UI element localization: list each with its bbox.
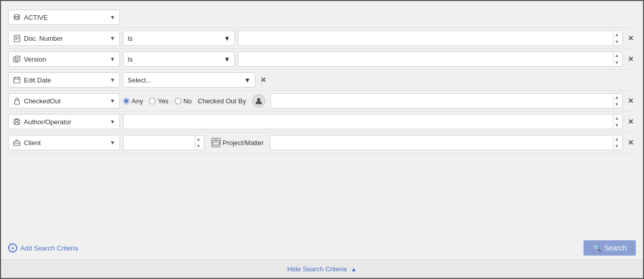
version-chevron-icon: ▼ [110, 56, 115, 62]
checked-out-close-button[interactable]: ✕ [626, 97, 636, 105]
row-active: ACTIVE ▼ [8, 7, 636, 28]
client-spinner-up[interactable]: ▲ [196, 135, 201, 143]
checked-out-field-label: CheckedOut [24, 97, 60, 105]
doc-number-close-button[interactable]: ✕ [626, 34, 636, 42]
version-operator-select[interactable]: Is ▼ [123, 51, 235, 67]
active-field-select[interactable]: ACTIVE ▼ [8, 10, 120, 25]
row-version: Version ▼ Is ▼ ▲ ▼ ✕ [8, 49, 636, 70]
svg-point-15 [257, 98, 260, 101]
radio-no-input[interactable] [175, 98, 181, 104]
add-search-criteria-button[interactable]: + Add Search Criteria [8, 243, 78, 253]
client-field-select[interactable]: Client ▼ [8, 135, 120, 150]
bottom-bar: + Add Search Criteria 🔍 Search [8, 235, 636, 260]
add-search-criteria-label: Add Search Criteria [20, 244, 78, 252]
doc-number-operator-select[interactable]: Is ▼ [123, 31, 235, 46]
edit-date-chevron-icon: ▼ [110, 77, 115, 83]
version-spinner-down[interactable]: ▼ [615, 59, 619, 66]
hide-search-criteria-label: Hide Search Criteria [287, 265, 347, 273]
client-field-label: Client [24, 139, 41, 147]
doc-number-chevron-icon: ▼ [110, 35, 115, 41]
doc-number-value-input[interactable]: ▲ ▼ [238, 31, 623, 46]
project-matter-text: Project/Matter [223, 139, 264, 147]
radio-yes-label: Yes [158, 97, 168, 105]
author-operator-spinner-up[interactable]: ▲ [615, 115, 619, 122]
project-matter-spinner-up[interactable]: ▲ [615, 135, 619, 143]
svg-point-16 [16, 120, 18, 122]
checked-out-by-spinner-up[interactable]: ▲ [615, 94, 619, 101]
add-criteria-icon: + [8, 243, 17, 253]
person-circle-icon [13, 118, 21, 126]
client-text-field[interactable] [126, 139, 195, 147]
doc-number-text-field[interactable] [240, 35, 613, 42]
version-field-label: Version [24, 55, 46, 63]
svg-rect-10 [14, 77, 20, 83]
client-close-button[interactable]: ✕ [626, 138, 636, 147]
checked-out-by-person-button[interactable] [252, 94, 265, 107]
checked-out-by-spinner-down[interactable]: ▼ [615, 101, 619, 108]
version-field-select[interactable]: Version ▼ [8, 51, 120, 67]
project-matter-text-field[interactable] [272, 139, 613, 147]
svg-rect-20 [213, 141, 219, 145]
svg-point-0 [14, 15, 19, 17]
checked-out-by-spinner: ▲ ▼ [613, 94, 620, 108]
radio-any[interactable]: Any [123, 97, 143, 105]
doc-number-operator-label: Is [128, 35, 133, 42]
client-value-input[interactable]: ▲ ▼ [123, 135, 204, 150]
client-spinner-down[interactable]: ▼ [196, 143, 201, 150]
project-matter-spinner: ▲ ▼ [613, 135, 620, 150]
version-spinner: ▲ ▼ [613, 52, 620, 66]
author-operator-text-field[interactable] [126, 118, 613, 126]
radio-no-label: No [183, 97, 192, 105]
doc-number-spinner: ▲ ▼ [613, 31, 620, 45]
document-icon [13, 34, 21, 42]
copy-icon [13, 55, 21, 63]
edit-date-operator-select[interactable]: Select... ▼ [123, 72, 255, 88]
radio-yes[interactable]: Yes [149, 97, 168, 105]
author-operator-spinner: ▲ ▼ [613, 115, 620, 129]
svg-rect-14 [15, 100, 19, 104]
radio-any-input[interactable] [123, 98, 130, 104]
row-client: Client ▼ ▲ ▼ Project/ [8, 132, 636, 153]
author-operator-value-input[interactable]: ▲ ▼ [123, 114, 623, 129]
radio-yes-input[interactable] [149, 98, 156, 104]
author-operator-field-select[interactable]: Author/Operator ▼ [8, 114, 120, 129]
radio-no[interactable]: No [175, 97, 192, 105]
doc-number-field-select[interactable]: Doc. Number ▼ [8, 31, 120, 46]
version-value-input[interactable]: ▲ ▼ [238, 51, 623, 67]
main-container: ACTIVE ▼ Doc. Number [0, 0, 644, 279]
active-chevron-icon: ▼ [110, 14, 115, 20]
edit-date-operator-chevron-icon: ▼ [244, 76, 251, 84]
criteria-area: ACTIVE ▼ Doc. Number [8, 7, 636, 235]
project-matter-spinner-down[interactable]: ▼ [615, 143, 619, 150]
author-operator-spinner-down[interactable]: ▼ [615, 122, 619, 129]
version-close-button[interactable]: ✕ [626, 55, 636, 63]
edit-date-operator-label: Select... [128, 76, 151, 84]
search-icon: 🔍 [593, 244, 601, 252]
version-text-field[interactable] [240, 55, 613, 63]
active-field-label: ACTIVE [24, 14, 48, 21]
calendar-icon [13, 76, 21, 84]
row-doc-number: Doc. Number ▼ Is ▼ ▲ ▼ ✕ [8, 28, 636, 49]
checked-out-by-text-field[interactable] [273, 97, 613, 105]
checked-out-chevron-icon: ▼ [110, 98, 115, 104]
doc-number-spinner-down[interactable]: ▼ [615, 38, 619, 45]
edit-date-close-button[interactable]: ✕ [258, 76, 268, 84]
radio-any-label: Any [132, 97, 143, 105]
version-operator-label: Is [128, 55, 133, 63]
version-operator-chevron-icon: ▼ [224, 55, 230, 63]
hide-search-criteria-chevron-icon: ▲ [351, 266, 357, 273]
search-button[interactable]: 🔍 Search [584, 240, 636, 256]
author-operator-close-button[interactable]: ✕ [626, 118, 636, 126]
hide-search-criteria-footer[interactable]: Hide Search Criteria ▲ [1, 260, 643, 278]
version-spinner-up[interactable]: ▲ [615, 52, 619, 59]
row-edit-date: Edit Date ▼ Select... ▼ ✕ [8, 70, 636, 91]
doc-number-spinner-up[interactable]: ▲ [615, 31, 619, 38]
project-matter-value-input[interactable]: ▲ ▼ [270, 135, 623, 150]
checked-out-by-value-input[interactable]: ▲ ▼ [270, 93, 623, 108]
row-checked-out: CheckedOut ▼ Any Yes No Checked Out By [8, 91, 636, 111]
checked-out-radio-group: Any Yes No [123, 97, 192, 105]
edit-date-field-select[interactable]: Edit Date ▼ [8, 72, 120, 88]
author-operator-field-label: Author/Operator [24, 118, 71, 126]
client-chevron-icon: ▼ [110, 140, 115, 146]
checked-out-field-select[interactable]: CheckedOut ▼ [8, 93, 120, 108]
